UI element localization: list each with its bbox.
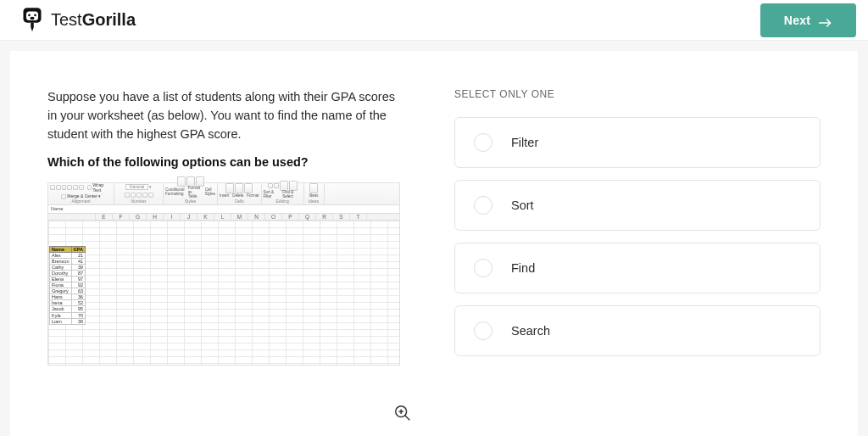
option-label: Search (511, 324, 550, 338)
svg-point-3 (34, 14, 36, 16)
table-row: Gregory63 (50, 288, 86, 294)
next-button[interactable]: Next (760, 3, 856, 37)
zoom-in-icon[interactable] (393, 404, 412, 422)
next-button-label: Next (784, 14, 810, 27)
option-label: Find (511, 261, 535, 275)
table-row: Fiona92 (50, 282, 86, 288)
table-row: Brenson41 (50, 259, 86, 265)
table-row: Liam39 (50, 318, 86, 324)
table-row: Dorothy87 (50, 271, 86, 277)
option-sort[interactable]: Sort (454, 180, 821, 231)
option-filter[interactable]: Filter (454, 117, 821, 168)
radio-icon (474, 259, 492, 277)
svg-line-6 (405, 416, 410, 421)
svg-point-4 (30, 16, 34, 20)
option-label: Sort (511, 198, 534, 212)
question-subprompt: Which of the following options can be us… (47, 154, 403, 172)
radio-icon (474, 133, 492, 152)
gorilla-icon (20, 6, 44, 35)
answer-panel: SELECT ONLY ONE Filter Sort Find Search (454, 88, 821, 409)
table-row: Irena52 (50, 300, 86, 306)
radio-icon (474, 321, 492, 340)
excel-ribbon: Wrap Text Merge & Center ▾ Alignment Gen… (48, 183, 399, 205)
excel-grid: NameGPA Alex21Brenson41Cathy39Dorothy87E… (48, 221, 399, 365)
table-row: Cathy39 (50, 265, 86, 271)
logo: TestGorilla (20, 6, 136, 35)
table-row: Alex21 (50, 253, 86, 259)
excel-data-table: NameGPA Alex21Brenson41Cathy39Dorothy87E… (49, 246, 86, 325)
radio-icon (474, 196, 492, 215)
question-prompt: Suppose you have a list of students alon… (47, 88, 403, 143)
table-row: Elena97 (50, 277, 86, 282)
table-row: Hans36 (50, 294, 86, 300)
question-left: Suppose you have a list of students alon… (47, 88, 403, 409)
table-row: Kyle70 (50, 312, 86, 318)
top-bar: TestGorilla Next (0, 0, 868, 41)
excel-formula-bar: Name (48, 205, 399, 214)
option-label: Filter (511, 136, 538, 149)
arrow-right-icon (819, 16, 832, 25)
option-search[interactable]: Search (454, 305, 821, 356)
answer-instruction: SELECT ONLY ONE (454, 88, 821, 100)
table-row: Jacob95 (50, 306, 86, 312)
option-find[interactable]: Find (454, 243, 821, 293)
question-card: Suppose you have a list of students alon… (10, 51, 858, 436)
excel-screenshot: Wrap Text Merge & Center ▾ Alignment Gen… (47, 182, 400, 366)
excel-column-headers: EFGHIJKLMNOPQRST (48, 214, 399, 221)
logo-text: TestGorilla (51, 10, 136, 30)
svg-point-2 (28, 14, 31, 16)
